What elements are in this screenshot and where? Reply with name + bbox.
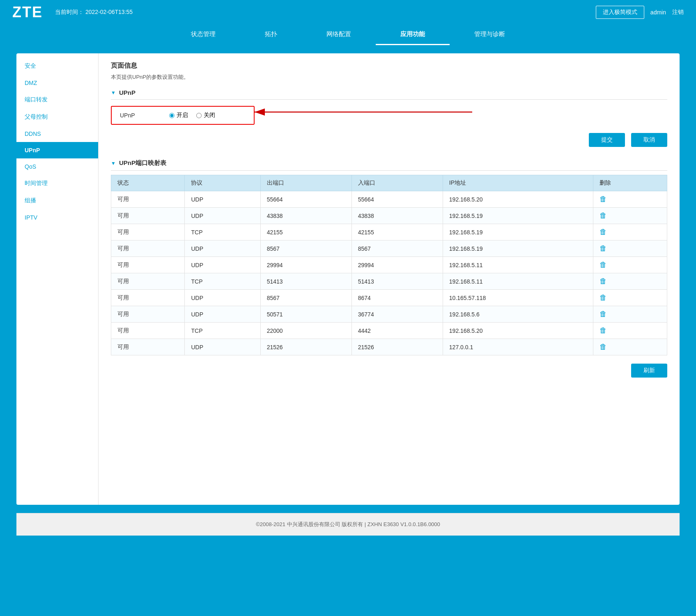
cell-ip: 10.165.57.118	[443, 290, 593, 306]
cell-in-port: 55664	[351, 191, 443, 208]
cell-protocol: TCP	[185, 323, 260, 339]
cell-delete[interactable]: 🗑	[593, 290, 667, 306]
cell-ip: 192.168.5.11	[443, 273, 593, 290]
sidebar-item-security[interactable]: 安全	[16, 57, 98, 75]
nav-item-topology[interactable]: 拓扑	[240, 25, 302, 45]
upnp-port-mapping-table: 状态 协议 出端口 入端口 IP地址 删除 可用 UDP 55664 55664…	[111, 175, 667, 355]
refresh-button[interactable]: 刷新	[631, 364, 667, 378]
upnp-settings: UPnP 开启 关闭	[111, 106, 667, 125]
cell-out-port: 8567	[260, 240, 351, 257]
sidebar-item-time-management[interactable]: 时间管理	[16, 175, 98, 192]
cell-protocol: UDP	[185, 306, 260, 323]
table-collapse-arrow[interactable]: ▼	[111, 160, 116, 166]
cell-status: 可用	[111, 224, 185, 240]
nav-item-status[interactable]: 状态管理	[166, 25, 240, 45]
footer: ©2008-2021 中兴通讯股份有限公司 版权所有 | ZXHN E3630 …	[16, 513, 680, 536]
cell-status: 可用	[111, 240, 185, 257]
delete-icon[interactable]: 🗑	[600, 244, 607, 253]
table-row: 可用 UDP 21526 21526 127.0.0.1 🗑	[111, 339, 667, 355]
upnp-section-title: UPnP	[119, 89, 136, 96]
delete-icon[interactable]: 🗑	[600, 293, 607, 302]
time-label: 当前时间：	[55, 9, 84, 15]
logout-button[interactable]: 注销	[672, 9, 684, 16]
submit-button[interactable]: 提交	[589, 133, 625, 147]
sidebar: 安全 DMZ 端口转发 父母控制 DDNS UPnP QoS 时间管理 组播 I…	[16, 53, 99, 505]
cell-delete[interactable]: 🗑	[593, 240, 667, 257]
cell-delete[interactable]: 🗑	[593, 257, 667, 273]
cell-protocol: TCP	[185, 224, 260, 240]
cell-delete[interactable]: 🗑	[593, 273, 667, 290]
cell-ip: 192.168.5.19	[443, 224, 593, 240]
cell-delete[interactable]: 🗑	[593, 224, 667, 240]
cell-protocol: UDP	[185, 208, 260, 224]
table-section-header: ▼ UPnP端口映射表	[111, 159, 667, 171]
cell-delete[interactable]: 🗑	[593, 208, 667, 224]
table-row: 可用 UDP 29994 29994 192.168.5.11 🗑	[111, 257, 667, 273]
form-button-row: 提交 取消	[111, 133, 667, 147]
upnp-row: UPnP 开启 关闭	[111, 106, 255, 125]
upnp-radio-off-input[interactable]	[196, 113, 202, 118]
sidebar-item-parental-control[interactable]: 父母控制	[16, 108, 98, 126]
cell-protocol: UDP	[185, 240, 260, 257]
content-area: 页面信息 本页提供UPnP的参数设置功能。 ▼ UPnP UPnP 开启	[99, 53, 680, 505]
col-header-in-port: 入端口	[351, 175, 443, 191]
cell-delete[interactable]: 🗑	[593, 191, 667, 208]
main-container: 安全 DMZ 端口转发 父母控制 DDNS UPnP QoS 时间管理 组播 I…	[16, 53, 680, 505]
cell-in-port: 42155	[351, 224, 443, 240]
cell-out-port: 21526	[260, 339, 351, 355]
cell-status: 可用	[111, 191, 185, 208]
cell-status: 可用	[111, 208, 185, 224]
delete-icon[interactable]: 🗑	[600, 228, 607, 236]
cancel-button[interactable]: 取消	[631, 133, 667, 147]
cell-in-port: 51413	[351, 273, 443, 290]
sidebar-item-multicast[interactable]: 组播	[16, 192, 98, 209]
sidebar-item-dmz[interactable]: DMZ	[16, 75, 98, 91]
sidebar-item-port-forward[interactable]: 端口转发	[16, 91, 98, 108]
delete-icon[interactable]: 🗑	[600, 277, 607, 286]
cell-protocol: UDP	[185, 339, 260, 355]
upnp-radio-off-label: 关闭	[204, 112, 215, 119]
table-row: 可用 UDP 8567 8674 10.165.57.118 🗑	[111, 290, 667, 306]
cell-ip: 192.168.5.11	[443, 257, 593, 273]
delete-icon[interactable]: 🗑	[600, 211, 607, 220]
header-time: 当前时间： 2022-02-06T13:55	[55, 9, 133, 16]
col-header-status: 状态	[111, 175, 185, 191]
cell-out-port: 22000	[260, 323, 351, 339]
simple-mode-button[interactable]: 进入极简模式	[596, 6, 644, 19]
header: ZTE 当前时间： 2022-02-06T13:55 进入极简模式 admin …	[0, 0, 696, 25]
col-header-out-port: 出端口	[260, 175, 351, 191]
cell-in-port: 36774	[351, 306, 443, 323]
cell-delete[interactable]: 🗑	[593, 306, 667, 323]
delete-icon[interactable]: 🗑	[600, 310, 607, 318]
nav-item-network[interactable]: 网络配置	[302, 25, 376, 45]
upnp-collapse-arrow[interactable]: ▼	[111, 90, 116, 96]
upnp-section-header: ▼ UPnP	[111, 89, 667, 100]
nav-item-management[interactable]: 管理与诊断	[450, 25, 530, 45]
sidebar-item-iptv[interactable]: IPTV	[16, 209, 98, 226]
delete-icon[interactable]: 🗑	[600, 261, 607, 269]
cell-out-port: 8567	[260, 290, 351, 306]
page-info-desc: 本页提供UPnP的参数设置功能。	[111, 73, 667, 81]
sidebar-item-upnp[interactable]: UPnP	[16, 142, 98, 158]
cell-protocol: TCP	[185, 273, 260, 290]
cell-delete[interactable]: 🗑	[593, 339, 667, 355]
upnp-radio-on-input[interactable]	[169, 113, 175, 118]
sidebar-item-qos[interactable]: QoS	[16, 158, 98, 175]
main-wrapper: 安全 DMZ 端口转发 父母控制 DDNS UPnP QoS 时间管理 组播 I…	[0, 53, 696, 552]
cell-in-port: 4442	[351, 323, 443, 339]
delete-icon[interactable]: 🗑	[600, 195, 607, 204]
col-header-ip: IP地址	[443, 175, 593, 191]
table-body: 可用 UDP 55664 55664 192.168.5.20 🗑 可用 UDP…	[111, 191, 667, 355]
cell-delete[interactable]: 🗑	[593, 323, 667, 339]
upnp-radio-off[interactable]: 关闭	[196, 112, 215, 119]
cell-ip: 127.0.0.1	[443, 339, 593, 355]
upnp-radio-on[interactable]: 开启	[169, 112, 188, 119]
table-row: 可用 UDP 8567 8567 192.168.5.19 🗑	[111, 240, 667, 257]
red-arrow-annotation	[250, 100, 476, 126]
table-row: 可用 UDP 43838 43838 192.168.5.19 🗑	[111, 208, 667, 224]
sidebar-item-ddns[interactable]: DDNS	[16, 126, 98, 142]
nav-item-applications[interactable]: 应用功能	[376, 25, 450, 45]
table-section-title: UPnP端口映射表	[119, 159, 166, 167]
delete-icon[interactable]: 🗑	[600, 326, 607, 335]
delete-icon[interactable]: 🗑	[600, 343, 607, 351]
